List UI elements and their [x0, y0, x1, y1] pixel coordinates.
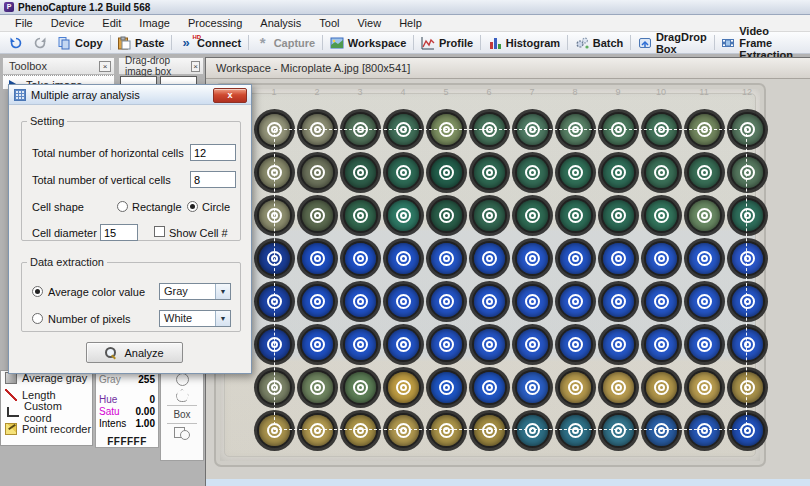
well-marker — [611, 208, 626, 223]
workspace-tab[interactable]: Workspace - Microplate A.jpg [800x541] — [206, 58, 810, 79]
toolbox-close-icon[interactable]: × — [99, 61, 111, 72]
well-marker — [482, 294, 497, 309]
circle-shape-icon[interactable] — [176, 373, 189, 386]
horizontal-cells-input[interactable] — [190, 144, 236, 161]
menu-tool[interactable]: Tool — [310, 15, 348, 31]
connect-icon: »HD — [179, 36, 193, 50]
toolbar-label: Connect — [197, 37, 241, 49]
dragdrop-close-icon[interactable]: × — [191, 61, 200, 72]
well-marker — [568, 294, 583, 309]
well-marker — [525, 380, 540, 395]
well-marker — [697, 165, 712, 180]
workspace-tab-title: Workspace - Microplate A.jpg [800x541] — [216, 62, 410, 74]
well-marker — [482, 122, 497, 137]
well-marker — [611, 165, 626, 180]
toolbar-label: Workspace — [348, 37, 407, 49]
app-icon: P — [4, 2, 14, 12]
menu-processing[interactable]: Processing — [179, 15, 251, 31]
well-marker — [525, 208, 540, 223]
plate-column-number: 7 — [522, 87, 542, 97]
well-marker — [611, 380, 626, 395]
copy-button[interactable]: Copy — [52, 33, 108, 53]
well-marker — [439, 423, 454, 438]
cell-diameter-label: Cell diameter — [32, 227, 97, 239]
toolbox-title: Toolbox — [9, 60, 47, 72]
point-recorder-icon — [5, 423, 17, 435]
well-marker — [310, 337, 325, 352]
average-color-value: Gray — [164, 285, 188, 297]
well-marker — [740, 251, 755, 266]
average-color-radio[interactable] — [32, 286, 43, 297]
well-marker — [396, 380, 411, 395]
toolbar-separator — [248, 35, 249, 50]
data-extraction-group: Data extraction Average color value Gray… — [21, 256, 241, 332]
menu-analysis[interactable]: Analysis — [251, 15, 310, 31]
well-marker — [568, 380, 583, 395]
menu-device[interactable]: Device — [42, 15, 94, 31]
menu-edit[interactable]: Edit — [93, 15, 130, 31]
video-frame-extraction-button[interactable]: Video Frame Extraction — [716, 33, 810, 53]
number-pixels-radio[interactable] — [32, 313, 43, 324]
menu-file[interactable]: File — [6, 15, 42, 31]
profile-icon — [421, 36, 435, 50]
plate-area: 123456789101112 — [206, 79, 810, 479]
well-marker — [267, 251, 282, 266]
plate-column-number: 1 — [264, 87, 284, 97]
well-marker — [267, 380, 282, 395]
color-value-panel: Gray255 Hue0 Satu0.00 Intens1.00 FFFFFF — [95, 371, 159, 448]
batch-icon — [575, 36, 589, 50]
hue-value: 0 — [149, 394, 155, 406]
well-marker — [740, 380, 755, 395]
paste-button[interactable]: Paste — [112, 33, 169, 53]
cell-diameter-input[interactable] — [100, 224, 138, 241]
multiple-array-analysis-dialog: Multiple array analysis x Setting Total … — [8, 84, 252, 374]
connect-button[interactable]: »HD Connect — [174, 33, 246, 53]
well-marker — [439, 380, 454, 395]
number-pixels-label: Number of pixels — [48, 313, 131, 325]
menu-help[interactable]: Help — [390, 15, 431, 31]
toolbox-item-custom-coord[interactable]: Custom coord — [1, 403, 92, 420]
toolbar-separator — [480, 35, 481, 50]
circle-radio[interactable] — [187, 201, 198, 212]
undo-button[interactable] — [4, 33, 28, 53]
dragdrop-box-button[interactable]: DragDrop Box — [633, 33, 712, 53]
well-marker — [611, 337, 626, 352]
profile-button[interactable]: Profile — [416, 33, 478, 53]
average-color-select[interactable]: Gray ▼ — [159, 283, 231, 300]
well-marker — [267, 122, 282, 137]
rectangle-radio[interactable] — [117, 201, 128, 212]
show-cell-label: Show Cell # — [169, 227, 228, 239]
batch-button[interactable]: Batch — [570, 33, 629, 53]
well-marker — [654, 337, 669, 352]
polygon-shape-icon[interactable] — [176, 389, 189, 402]
menu-view[interactable]: View — [348, 15, 390, 31]
multi-shape-icon[interactable] — [174, 427, 190, 440]
box-shape-label[interactable]: Box — [173, 409, 190, 420]
well-marker — [568, 337, 583, 352]
satu-label: Satu — [99, 406, 120, 418]
undo-icon — [9, 36, 23, 50]
well-marker — [568, 423, 583, 438]
number-pixels-select[interactable]: White ▼ — [159, 310, 231, 327]
histogram-button[interactable]: Histogram — [483, 33, 565, 53]
toolbox-item-point-recorder[interactable]: Point recorder — [1, 420, 92, 437]
analyze-button[interactable]: Analyze — [86, 342, 183, 363]
toolbar-separator — [110, 35, 111, 50]
capture-button[interactable]: * Capture — [251, 33, 321, 53]
toolbar-label: Copy — [75, 37, 103, 49]
menu-image[interactable]: Image — [130, 15, 179, 31]
average-color-label: Average color value — [48, 286, 145, 298]
workspace-button[interactable]: Workspace — [325, 33, 412, 53]
well-marker — [525, 165, 540, 180]
dialog-close-button[interactable]: x — [213, 88, 247, 103]
well-marker — [353, 165, 368, 180]
well-marker — [396, 423, 411, 438]
plate-column-number: 9 — [608, 87, 628, 97]
histogram-icon — [488, 36, 502, 50]
well-marker — [654, 208, 669, 223]
well-marker — [697, 294, 712, 309]
vertical-cells-input[interactable] — [190, 171, 236, 188]
toolbar-separator — [171, 35, 172, 50]
redo-button[interactable] — [28, 33, 52, 53]
show-cell-checkbox[interactable] — [154, 226, 165, 237]
